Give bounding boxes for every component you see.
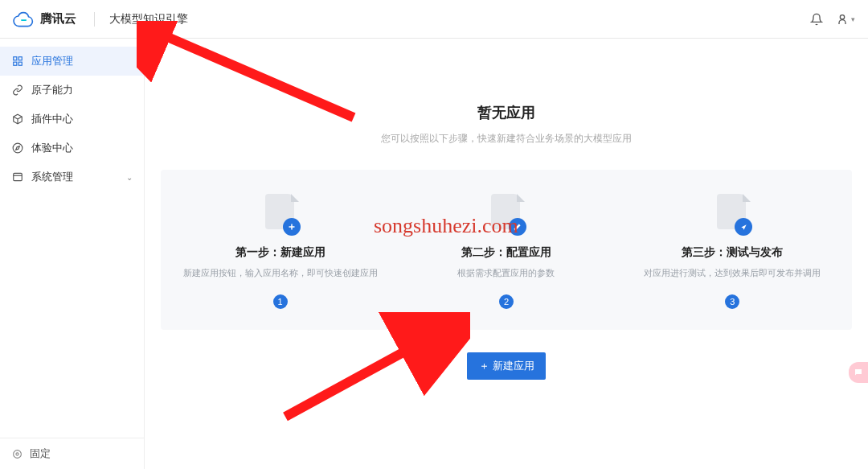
step-desc: 根据需求配置应用的参数 [452,266,559,280]
step-publish-icon [714,194,751,234]
step-title: 第一步：新建应用 [235,245,326,260]
pin-icon [11,448,23,460]
sidebar-footer-label: 固定 [30,446,51,461]
svg-point-0 [840,14,844,19]
cube-icon [11,113,23,125]
grid-icon [11,56,23,68]
plus-icon: ＋ [479,359,489,373]
svg-rect-1 [13,57,16,60]
tencent-cloud-logo-icon [13,10,34,28]
sidebar-item-system-management[interactable]: 系统管理 ⌄ [0,163,144,191]
onboarding-steps: 第一步：新建应用 新建应用按钮，输入应用名称，即可快速创建应用 1 第二步：配置… [161,170,852,330]
step-number: 1 [273,294,288,309]
step-title: 第三步：测试与发布 [682,245,783,260]
sidebar-item-label: 插件中心 [31,112,73,126]
logo-group: 腾讯云 大模型知识引擎 [13,10,188,28]
svg-point-5 [13,143,23,153]
svg-point-8 [16,452,18,455]
notification-bell-icon[interactable] [810,13,823,26]
step-3: 第三步：测试与发布 对应用进行测试，达到效果后即可发布并调用 3 [620,194,845,309]
header-right: ▾ [810,13,855,26]
svg-point-7 [14,450,22,458]
user-menu-icon[interactable]: ▾ [836,13,855,26]
step-1: 第一步：新建应用 新建应用按钮，输入应用名称，即可快速创建应用 1 [167,194,393,309]
sidebar-item-atomic-ability[interactable]: 原子能力 [0,76,144,105]
chevron-down-icon: ⌄ [126,173,133,182]
step-create-icon [262,194,299,234]
sidebar-item-label: 应用管理 [31,54,73,68]
top-header: 腾讯云 大模型知识引擎 ▾ [0,0,868,39]
svg-rect-3 [13,62,16,65]
sidebar-item-experience-center[interactable]: 体验中心 [0,134,144,163]
svg-rect-6 [13,173,22,180]
settings-icon [11,171,23,183]
send-badge-icon [735,218,752,236]
svg-rect-2 [18,57,22,60]
create-button-label: 新建应用 [493,359,534,373]
step-desc: 对应用进行测试，达到效果后即可发布并调用 [639,266,825,280]
side-feedback-tab[interactable] [849,362,868,383]
step-configure-icon [488,194,525,234]
step-number: 3 [725,294,739,309]
brand-name: 腾讯云 [40,11,76,27]
sidebar: 应用管理 原子能力 插件中心 体验中心 系统管理 ⌄ [0,39,145,469]
empty-state-subtitle: 您可以按照以下步骤，快速新建符合业务场景的大模型应用 [161,132,852,146]
plus-badge-icon [283,218,301,236]
sidebar-footer-pin[interactable]: 固定 [0,438,144,469]
sidebar-item-label: 原子能力 [31,83,73,97]
main-content: 暂无应用 您可以按照以下步骤，快速新建符合业务场景的大模型应用 第一步：新建应用… [145,39,868,469]
svg-rect-4 [18,62,22,65]
sidebar-item-app-management[interactable]: 应用管理 [0,47,144,76]
compass-icon [11,142,23,154]
link-icon [11,84,23,97]
empty-state-title: 暂无应用 [161,103,852,122]
step-number: 2 [499,294,514,309]
create-app-button[interactable]: ＋ 新建应用 [467,352,546,380]
pencil-badge-icon [509,218,526,236]
step-title: 第二步：配置应用 [461,245,551,260]
step-2: 第二步：配置应用 根据需求配置应用的参数 2 [393,194,619,309]
header-divider [94,12,95,27]
step-desc: 新建应用按钮，输入应用名称，即可快速创建应用 [178,266,383,280]
product-name: 大模型知识引擎 [109,12,188,27]
sidebar-item-plugin-center[interactable]: 插件中心 [0,105,144,134]
sidebar-item-label: 体验中心 [31,141,73,155]
svg-line-12 [285,344,418,417]
sidebar-item-label: 系统管理 [31,170,73,184]
